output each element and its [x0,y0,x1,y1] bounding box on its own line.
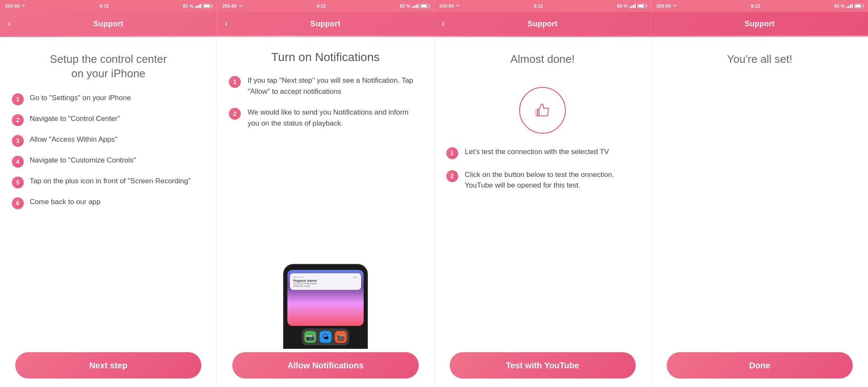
panel4-title: You're all set! [663,52,856,67]
phone-mockup-container: Mirror TV now Playback started On [TV] L… [229,129,422,349]
instr-text-2: We would like to send you Notifications … [248,107,422,129]
panel3-badge-1: 1 [446,147,458,159]
next-step-button[interactable]: Next step [15,352,201,379]
panel3-text-1: Let's test the connection with the selec… [465,146,609,157]
step-text-2: Navigate to "Control Center" [30,114,120,124]
notif-time: now [353,276,358,278]
step-item-1: 1 Go to "Settings" on your iPhone [12,93,205,105]
step-item-5: 5 Tap on the plus icon in front of "Scre… [12,176,205,188]
step-text-4: Navigate to "Customize Controls" [30,155,136,165]
step-item-2: 2 Navigate to "Control Center" [12,114,205,126]
signal-4 [846,4,853,8]
panel-setup: Setup the control centeron your iPhone 1… [0,37,217,387]
step-badge-2: 2 [12,114,24,126]
instr-item-1: 1 If you tap "Next step" you will see a … [229,75,422,97]
phone-screen: Mirror TV now Playback started On [TV] L… [287,270,364,326]
status-segment-1: 250-60 9:12 83 % [0,0,217,12]
step-text-5: Tap on the plus icon in front of "Screen… [30,176,191,186]
notification-banner: Mirror TV now Playback started On [TV] L… [290,273,361,290]
instruction-list: 1 If you tap "Next step" you will see a … [229,75,422,129]
nav-title-3: Support [528,20,558,28]
panels-container: Setup the control centeron your iPhone 1… [0,37,868,387]
step-badge-3: 3 [12,135,24,147]
phone-mockup: Mirror TV now Playback started On [TV] L… [283,264,368,349]
battery-icon-1 [203,4,211,8]
panel3-step-list: 1 Let's test the connection with the sel… [446,146,639,191]
panel3-step-2: 2 Click on the button below to test the … [446,169,639,191]
status-segment-3: 250-60 9:12 83 % [434,0,651,12]
step-item-3: 3 Allow "Access Within Apps" [12,135,205,147]
dock-icon-1: 📷 [304,331,316,343]
panel2-title: Turn on Notifications [229,50,422,65]
notif-title: Playback started [293,279,358,282]
phone-notch [313,265,338,269]
notif-body: On [TV] Living RoomPress for more [293,282,358,287]
test-youtube-button[interactable]: Test with YouTube [450,352,636,379]
back-button-2[interactable]: ‹ [225,18,228,29]
instr-item-2: 2 We would like to send you Notification… [229,107,422,129]
status-bar: 250-60 9:12 83 % 250-60 9:12 83 % [0,0,868,12]
battery-icon-2 [420,4,429,8]
carrier-1: 250-60 [5,3,19,8]
dock-icon-3: 🎬 [335,331,347,343]
panel3-step-1: 1 Let's test the connection with the sel… [446,146,639,159]
phone-dock: 📷 🌤 🎬 [302,328,349,345]
signal-3 [629,4,636,8]
battery-pct-3: 83 % [617,3,628,8]
back-button-3[interactable]: ‹ [442,18,445,29]
thumbs-up-icon [519,87,566,134]
step-list: 1 Go to "Settings" on your iPhone 2 Navi… [12,93,205,349]
allow-notifications-button[interactable]: Allow Notifications [232,352,418,379]
nav-title-1: Support [93,20,123,28]
carrier-2: 250-60 [222,3,236,8]
time-2: 9:12 [317,3,326,8]
wifi-icon-1 [21,4,25,8]
panel-all-set: You're all set! Done [651,37,868,387]
battery-icon-3 [637,4,646,8]
wifi-icon-2 [239,4,243,8]
instr-badge-2: 2 [229,108,241,120]
nav-segment-2: ‹ Support [217,12,434,36]
step-item-4: 4 Navigate to "Customize Controls" [12,155,205,168]
battery-pct-2: 83 % [400,3,410,8]
time-1: 9:12 [100,3,109,8]
dock-icon-2: 🌤 [320,331,331,343]
panel3-title: Almost done! [446,52,639,67]
done-button[interactable]: Done [667,352,853,379]
wifi-icon-3 [456,4,460,8]
carrier-3: 250-60 [440,3,454,8]
notif-app: Mirror TV [293,276,304,278]
nav-segment-4: Support [651,12,868,36]
step-badge-1: 1 [12,93,24,105]
status-segment-2: 250-60 9:12 83 % [217,0,434,12]
nav-segment-1: ‹ Support [0,12,217,36]
battery-icon-4 [854,4,863,8]
nav-title-4: Support [745,20,775,28]
panel-notifications: Turn on Notifications 1 If you tap "Next… [217,37,434,387]
panel3-text-2: Click on the button below to test the on… [465,169,639,191]
instr-text-1: If you tap "Next step" you will see a No… [248,75,422,97]
back-button-1[interactable]: ‹ [8,18,11,29]
signal-1 [195,4,201,8]
wifi-icon-4 [673,4,677,8]
signal-2 [412,4,419,8]
step-text-3: Allow "Access Within Apps" [30,135,117,145]
carrier-4: 250-60 [657,3,671,8]
time-4: 9:12 [751,3,760,8]
step-item-6: 6 Come back to our app [12,197,205,209]
step-badge-5: 5 [12,177,24,188]
battery-pct-1: 83 % [183,3,193,8]
status-segment-4: 250-60 9:12 83 % [651,0,868,12]
nav-bar: ‹ Support ‹ Support ‹ Support Support [0,12,868,36]
thumbs-container [446,87,639,134]
time-3: 9:12 [534,3,543,8]
panel1-title: Setup the control centeron your iPhone [12,52,205,81]
panel-almost-done: Almost done! 1 Let's test the connection… [434,37,651,387]
nav-segment-3: ‹ Support [434,12,651,36]
instr-badge-1: 1 [229,76,241,88]
panel3-badge-2: 2 [446,170,458,182]
battery-pct-4: 83 % [834,3,845,8]
step-badge-4: 4 [12,156,24,168]
nav-title-2: Support [310,20,340,28]
step-badge-6: 6 [12,197,24,209]
